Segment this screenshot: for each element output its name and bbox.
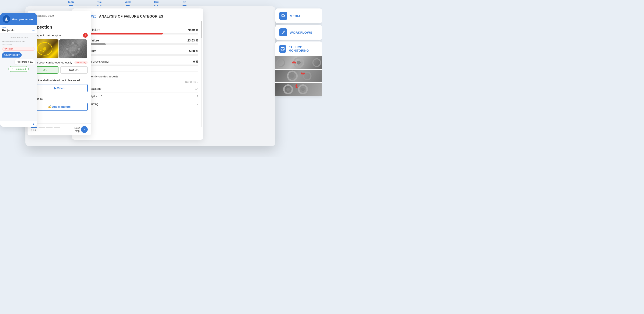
failure-row-production: Production failure 70.59 %: [77, 28, 198, 34]
dot-3: [46, 127, 52, 128]
failure-pct-4: 0 %: [193, 60, 198, 63]
report-row-2: Testing Analytics 1.0 9: [77, 93, 198, 100]
engine-svg-2: [59, 39, 87, 58]
svg-point-14: [277, 59, 284, 66]
motor-cover-label: Motor cover can be opened easily: [31, 61, 72, 64]
col-reports: REPORTS ↓: [185, 81, 198, 83]
shaft-question: Does the shaft rotate without clearance?: [28, 76, 91, 83]
dot-2: [38, 127, 45, 128]
checklist-item-header: 1 Inspect main engine !: [28, 31, 91, 39]
scrollbar-thumb[interactable]: [201, 21, 202, 38]
svg-point-16: [293, 62, 295, 63]
failure-monitoring-card: FAILURE MONITORING: [276, 41, 322, 96]
svg-point-5: [70, 46, 76, 51]
mobile-header: Wear protection: [0, 13, 37, 25]
failure-bar-bg-3: [77, 54, 198, 56]
thumb-3: [276, 83, 322, 96]
step-progress: 1 / 4: [31, 129, 60, 132]
date-label: Tuesday, June 30, 2020: [2, 36, 35, 38]
svg-point-27: [296, 85, 298, 87]
add-signature-button[interactable]: ✍ Add signature: [31, 103, 88, 111]
ok-not-ok: OK Not OK: [31, 66, 88, 74]
failure-row-assembly: Assembly failure 23.53 %: [77, 39, 198, 45]
failure-bar-bg-1: [77, 33, 198, 34]
report-row-3: Test SV recurring 7: [77, 100, 198, 108]
mandatory-tag: mandatory: [74, 61, 88, 64]
report-count-3: 7: [197, 102, 198, 106]
dot-4: [54, 127, 60, 128]
item-text: Inspect main engine: [34, 34, 61, 37]
failure-bar-bg-4: [77, 64, 198, 66]
svg-point-13: [297, 61, 300, 64]
checklist-images: [28, 39, 91, 61]
svg-point-3: [43, 47, 46, 50]
svg-point-0: [6, 17, 7, 19]
analytics-header: Q3/20 ANALYSIS OF FAILURE CATEGORIES: [72, 8, 203, 24]
video-button[interactable]: ▶ Video: [31, 84, 88, 92]
thumb-svg-3: [276, 83, 322, 96]
failure-row-info: Information provisioning 0 %: [77, 60, 198, 66]
failure-row-material: Material failure 5.88 %: [77, 49, 198, 56]
thu-label: Thu: [154, 0, 159, 3]
send-button[interactable]: ➤: [32, 122, 35, 126]
mobile-title: Wear protection: [12, 17, 33, 21]
reports-table-header: TITLE REPORTS ↓: [77, 81, 198, 85]
scrollbar-track: [201, 21, 202, 127]
problem-badge: ● Problem: [2, 47, 35, 50]
analytics-body: Production failure 70.59 % Assembly fail…: [72, 24, 203, 112]
more-options-button[interactable]: ⋯: [84, 13, 88, 18]
chat-area: Tuesday, June 30, 2020 Ciopleanu Admin a…: [0, 33, 37, 127]
failure-pct-3: 5.88 %: [189, 49, 198, 53]
svg-point-26: [301, 88, 305, 91]
failure-row-header-4: Information provisioning 0 %: [77, 60, 198, 63]
motor-cover-row: Motor cover can be opened easily mandato…: [28, 61, 91, 65]
workflows-label: WORKFLOWS: [290, 31, 312, 34]
admin-msg: Ciopleanu Admin at 12:06 PM: [2, 41, 35, 43]
chat-bubble-reply: I'll be there in 10.: [14, 59, 35, 64]
failure-bar-bg-2: [77, 43, 198, 45]
svg-point-21: [302, 73, 304, 74]
mobile-input-bar: ➤: [0, 121, 37, 127]
failure-monitoring-label: FAILURE MONITORING: [288, 45, 318, 52]
edit-icon[interactable]: ✏: [32, 28, 35, 32]
task-created-msg: Task created: [2, 43, 35, 45]
workflows-svg: [281, 30, 285, 34]
svg-line-2: [40, 50, 45, 52]
reports-section: Most frequently created reports TITLE RE…: [77, 71, 198, 108]
checklist-header: × Checklist D-1000 ⋯: [28, 10, 91, 21]
svg-point-8: [66, 48, 68, 50]
workflows-button[interactable]: WORKFLOWS: [276, 25, 322, 40]
progress-section: 1 / 4: [31, 127, 60, 132]
svg-point-19: [290, 74, 294, 78]
failure-pct-1: 70.59 %: [188, 28, 198, 31]
thumb-svg-1: [276, 56, 322, 69]
checklist-panel: × Checklist D-1000 ⋯ Inspection 1 Inspec…: [28, 10, 91, 135]
progress-dots: [31, 127, 60, 128]
next-step-label: Nextstep: [74, 127, 80, 132]
svg-rect-10: [282, 14, 284, 16]
failure-monitoring-button[interactable]: FAILURE MONITORING: [276, 41, 322, 56]
media-svg: [281, 14, 285, 18]
svg-point-24: [286, 88, 290, 91]
next-step-row: Nextstep ›: [74, 126, 88, 133]
svg-point-9: [78, 48, 80, 50]
mobile-panel: Wear protection TASK Benjamin ✏ Tuesday,…: [0, 13, 37, 127]
task-label: TASK: [2, 27, 35, 28]
media-card: MEDIA: [276, 8, 322, 23]
media-button[interactable]: MEDIA: [276, 8, 322, 23]
svg-point-6: [72, 42, 74, 44]
next-button[interactable]: ›: [81, 126, 88, 133]
section-title: Inspection: [28, 21, 91, 31]
mon-label: Mon: [68, 0, 74, 3]
thumb-2: [276, 70, 322, 82]
completed-badge: ✓ Completed: [8, 66, 28, 72]
chat-bubble-help: Could you help?: [2, 52, 22, 57]
fri-label: Fri: [183, 0, 186, 3]
workflows-card: WORKFLOWS: [276, 25, 322, 40]
not-ok-button[interactable]: Not OK: [60, 66, 88, 74]
avatar: [2, 15, 10, 23]
failure-row-header-2: Assembly failure 23.53 %: [77, 39, 198, 42]
sort-icon[interactable]: ↓: [197, 81, 198, 83]
report-count-1: 14: [195, 87, 198, 90]
svg-point-7: [72, 54, 74, 56]
